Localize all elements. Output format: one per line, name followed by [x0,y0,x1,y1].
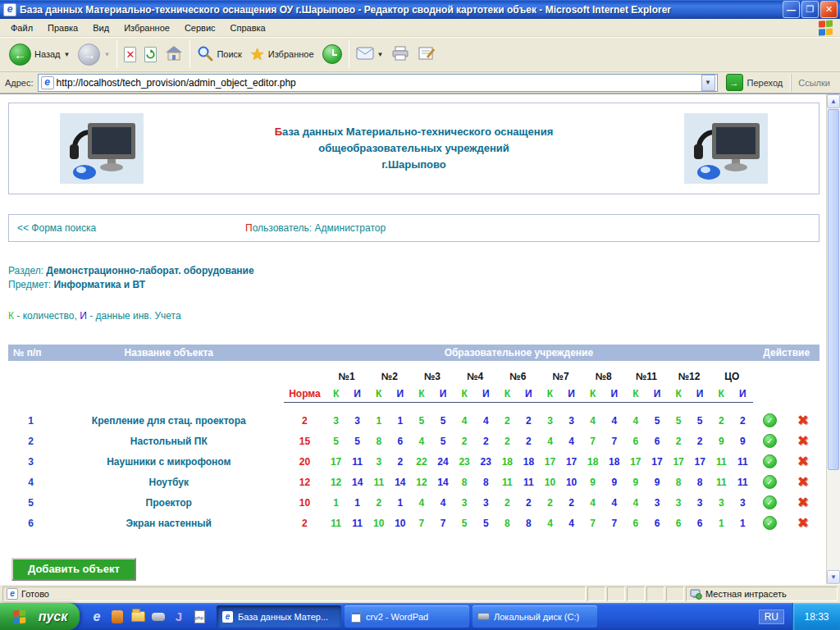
edit-button[interactable] [413,44,440,64]
scroll-up-icon[interactable]: ▲ [827,94,840,108]
k-value: 7 [582,513,604,533]
quicklaunch-j-icon[interactable]: J [171,609,186,624]
start-button[interactable]: пуск [0,603,80,630]
menu-help[interactable]: Справка [223,21,273,35]
search-button[interactable]: Поиск [193,43,245,65]
delete-icon[interactable]: ✖ [797,413,809,428]
address-url[interactable]: http://localhost/tech_provision/admin_ob… [57,77,701,89]
restore-button[interactable]: ❐ [801,1,819,18]
i-value: 7 [604,431,625,451]
col-header-num: № п/п [8,345,53,361]
menu-file[interactable]: Файл [3,21,40,35]
k-value: 8 [496,513,518,533]
add-object-button[interactable]: Добавить объект [11,558,136,581]
k-header: К [496,386,518,402]
refresh-button[interactable] [140,45,161,64]
quicklaunch-device-icon[interactable] [151,609,166,624]
confirm-icon[interactable]: ✓ [763,516,777,530]
action-edit-cell: ✓ [753,513,786,533]
go-label: Переход [747,78,783,88]
i-value: 2 [732,410,753,431]
i-value: 1 [347,492,368,513]
menu-view[interactable]: Вид [85,21,116,35]
spacer [753,386,819,402]
status-bar: e Готово Местная интрасеть [0,584,840,603]
i-value: 2 [689,431,710,451]
links-toolbar[interactable]: Ссылки [791,74,838,92]
go-button[interactable]: → Переход [722,74,788,91]
k-value: 4 [539,431,560,451]
forward-button[interactable]: → ▼ [74,42,114,67]
address-input[interactable]: e http://localhost/tech_provision/admin_… [38,74,718,92]
favorites-button[interactable]: ★ Избранное [246,44,318,64]
object-name-link[interactable]: Ноутбук [53,472,284,492]
k-value: 9 [582,472,604,492]
quicklaunch-php-icon[interactable]: php [192,609,207,624]
object-name-link[interactable]: Проектор [53,492,284,513]
confirm-icon[interactable]: ✓ [763,413,777,427]
k-value: 3 [668,492,689,513]
mail-dropdown-icon[interactable]: ▼ [377,51,384,58]
confirm-icon[interactable]: ✓ [763,475,777,489]
security-zone-pane: Местная интрасеть [686,587,838,601]
i-value: 10 [561,472,582,492]
scroll-down-icon[interactable]: ▼ [827,570,840,584]
menu-edit[interactable]: Правка [40,21,85,35]
k-value: 6 [668,513,689,533]
norm-value: 2 [284,410,325,431]
i-value: 6 [646,513,668,533]
i-header: И [475,386,496,402]
language-indicator[interactable]: RU [759,609,784,624]
delete-icon[interactable]: ✖ [797,495,809,510]
scroll-thumb[interactable] [828,109,839,470]
k-value: 11 [368,472,390,492]
quicklaunch-folder-icon[interactable] [130,609,145,624]
confirm-icon[interactable]: ✓ [763,454,777,468]
mail-button[interactable]: ▼ [352,45,388,63]
k-value: 23 [454,451,475,472]
stop-button[interactable]: ✕ [120,45,140,64]
home-button[interactable] [161,43,187,65]
taskbar-button-disk[interactable]: Локальный диск (C:) [472,605,597,628]
menu-favorites[interactable]: Избранное [116,21,177,35]
object-name-link[interactable]: Настольный ПК [53,431,284,451]
minimize-button[interactable]: — [783,1,800,18]
equipment-table: № п/п Название объекта Образовательное у… [8,345,819,533]
taskbar-button-ie[interactable]: e База данных Матер... [217,605,341,628]
object-name-link[interactable]: Экран настенный [53,513,284,533]
confirm-icon[interactable]: ✓ [763,434,777,448]
school-header: №7 [539,361,582,386]
back-button[interactable]: ← Назад ▼ [5,42,74,67]
object-name-link[interactable]: Наушники с микрофоном [53,451,284,472]
nav-box: << Форма поиска Пользователь: Администра… [8,214,819,242]
wordpad-icon [351,611,361,623]
table-row: 5Проектор1011214433222244433333✓✖ [8,492,819,513]
quicklaunch-app-icon[interactable] [110,609,125,624]
k-value: 12 [411,472,432,492]
delete-icon[interactable]: ✖ [797,474,809,490]
print-button[interactable] [387,44,413,64]
delete-icon[interactable]: ✖ [797,515,809,531]
delete-icon[interactable]: ✖ [797,433,809,449]
k-value: 3 [368,451,390,472]
disk-icon [477,613,490,620]
title-first-letter: Б [275,126,282,138]
taskbar-button-wordpad[interactable]: crv2 - WordPad [345,605,469,628]
confirm-icon[interactable]: ✓ [763,495,777,509]
close-button[interactable]: ✕ [820,1,838,18]
delete-icon[interactable]: ✖ [797,454,809,469]
i-value: 5 [646,410,668,431]
history-button[interactable] [318,43,346,66]
k-value: 3 [710,492,732,513]
action-delete-cell: ✖ [787,451,819,472]
i-value: 11 [732,451,753,472]
object-name-link[interactable]: Крепление для стац. проектора [53,410,284,431]
page-scrollbar[interactable]: ▲ ▼ [826,94,840,584]
spacer [753,402,819,410]
address-dropdown-icon[interactable]: ▼ [701,75,715,91]
quicklaunch-ie-icon[interactable]: e [89,609,104,624]
menu-tools[interactable]: Сервис [177,21,223,35]
back-dropdown-icon[interactable]: ▼ [64,51,71,58]
search-form-link[interactable]: << Форма поиска [17,222,245,234]
system-tray: 18:33 [792,603,840,630]
